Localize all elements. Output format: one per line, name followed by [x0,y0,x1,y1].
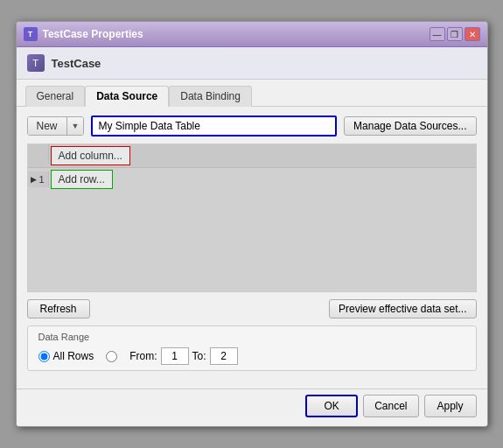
header-icon: T [27,54,45,72]
title-bar-left: T TestCase Properties [24,27,143,41]
bottom-toolbar: Refresh Preview effective data set... [27,299,477,318]
window-icon: T [24,27,38,41]
add-column-button[interactable]: Add column... [51,146,130,165]
new-button-main[interactable]: New [28,117,66,135]
all-rows-radio[interactable] [38,351,50,362]
data-range-label: Data Range [38,332,465,342]
window-title: TestCase Properties [43,28,143,40]
table-row-1: ▶ 1 Add row... [28,168,476,191]
to-input[interactable] [210,347,238,365]
tab-bar: General Data Source Data Binding [17,80,487,107]
close-button[interactable]: ✕ [465,27,480,41]
restore-button[interactable]: ❐ [447,27,463,41]
from-to-radio[interactable] [106,351,117,362]
window-header: T TestCase [17,47,487,80]
from-to-option[interactable] [106,351,117,362]
new-button-dropdown[interactable]: ▼ [66,117,84,135]
new-button-split[interactable]: New ▼ [27,116,85,136]
main-window: T TestCase Properties — ❐ ✕ T TestCase G… [16,21,488,427]
row-number: 1 [38,174,44,185]
toolbar-row: New ▼ Manage Data Sources... [27,116,477,136]
add-row-button[interactable]: Add row... [51,170,113,189]
refresh-button[interactable]: Refresh [27,299,90,318]
title-bar: T TestCase Properties — ❐ ✕ [17,22,487,47]
ok-button[interactable]: OK [305,395,358,417]
minimize-button[interactable]: — [430,27,445,41]
tab-general[interactable]: General [25,86,86,107]
dialog-footer: OK Cancel Apply [17,388,487,426]
row-header-spacer [28,144,49,164]
apply-button[interactable]: Apply [424,395,477,417]
tab-databinding[interactable]: Data Binding [169,86,252,107]
row-arrow-icon: ▶ [31,175,37,184]
data-range-row: All Rows From: To: [38,347,465,365]
all-rows-label: All Rows [53,350,94,362]
range-inputs: From: To: [129,347,237,365]
data-range-section: Data Range All Rows From: To: [27,326,477,371]
data-table-area: Add column... ▶ 1 Add row... [27,144,477,292]
datasource-name-input[interactable] [91,116,337,136]
from-label: From: [129,350,157,362]
tab-content: New ▼ Manage Data Sources... Add column.… [17,107,487,388]
tab-datasource[interactable]: Data Source [85,86,169,107]
to-label: To: [192,350,206,362]
row-indicator-1: ▶ 1 [28,172,49,187]
cancel-button[interactable]: Cancel [363,395,418,417]
from-input[interactable] [161,347,189,365]
all-rows-option[interactable]: All Rows [38,350,94,362]
table-header-row: Add column... [28,144,476,168]
header-title: TestCase [52,57,101,70]
manage-datasources-button[interactable]: Manage Data Sources... [344,116,476,136]
preview-button[interactable]: Preview effective data set... [329,299,477,318]
title-controls: — ❐ ✕ [430,27,480,41]
